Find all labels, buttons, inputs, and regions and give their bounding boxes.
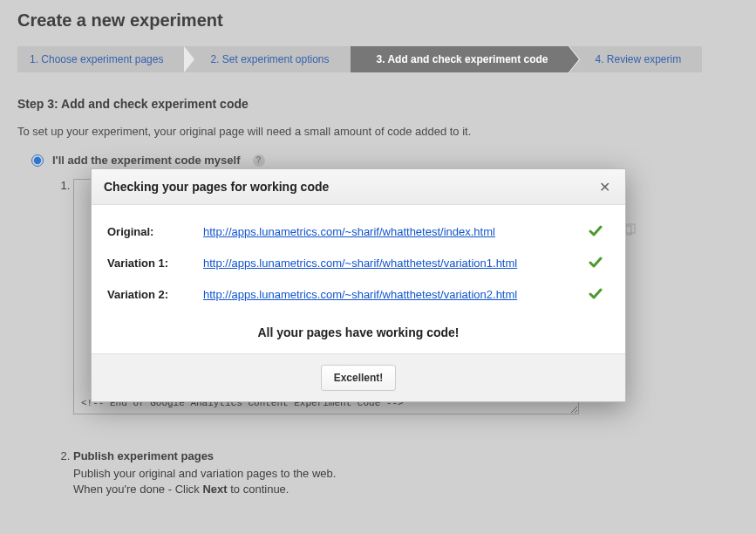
checkmark-icon bbox=[589, 256, 610, 270]
check-row-variation-2: Variation 2: http://apps.lunametrics.com… bbox=[107, 278, 610, 310]
check-row-variation-1: Variation 1: http://apps.lunametrics.com… bbox=[107, 247, 610, 278]
checkmark-icon bbox=[589, 287, 610, 301]
check-row-status bbox=[589, 287, 610, 301]
check-row-link[interactable]: http://apps.lunametrics.com/~sharif/what… bbox=[203, 225, 589, 238]
close-icon: ✕ bbox=[599, 179, 610, 195]
modal-body: Original: http://apps.lunametrics.com/~s… bbox=[92, 205, 625, 353]
check-row-status bbox=[589, 224, 610, 238]
check-row-original: Original: http://apps.lunametrics.com/~s… bbox=[107, 216, 610, 247]
modal-footer: Excellent! bbox=[92, 353, 625, 401]
check-row-link[interactable]: http://apps.lunametrics.com/~sharif/what… bbox=[203, 288, 589, 301]
excellent-button[interactable]: Excellent! bbox=[321, 365, 397, 391]
code-check-modal: Checking your pages for working code ✕ O… bbox=[91, 168, 626, 402]
check-row-label: Variation 2: bbox=[107, 288, 203, 301]
modal-title: Checking your pages for working code bbox=[104, 180, 329, 194]
check-row-label: Original: bbox=[107, 225, 203, 238]
modal-header: Checking your pages for working code ✕ bbox=[92, 169, 625, 205]
check-row-link[interactable]: http://apps.lunametrics.com/~sharif/what… bbox=[203, 257, 589, 270]
check-row-status bbox=[589, 256, 610, 270]
modal-close-button[interactable]: ✕ bbox=[596, 178, 613, 195]
checkmark-icon bbox=[589, 224, 610, 238]
wizard-step-3[interactable]: 3. Add and check experiment code bbox=[351, 46, 569, 72]
wizard-step-label: 3. Add and check experiment code bbox=[377, 53, 548, 65]
success-message: All your pages have working code! bbox=[107, 310, 610, 352]
check-row-label: Variation 1: bbox=[107, 257, 203, 270]
